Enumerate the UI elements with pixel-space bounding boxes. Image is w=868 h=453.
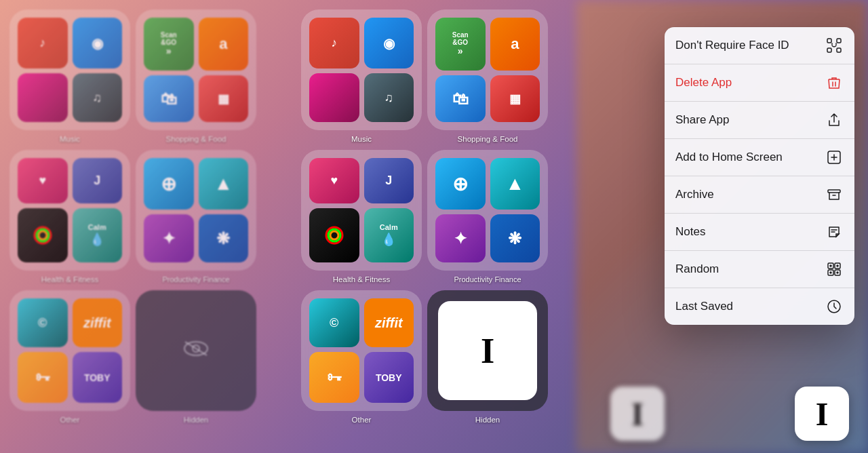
- notes-icon: [825, 222, 844, 241]
- music-icon-2-1: ♪: [309, 18, 359, 68]
- menu-share-label: Share App: [675, 113, 729, 127]
- folder-other-1[interactable]: © ziffit 🗝 TOBY Other: [9, 290, 130, 424]
- screen1-row2: ♥ J Calm💧 Health & Fitness ⊕ ▲ ✦ ❋ Produ…: [9, 150, 282, 283]
- music-2-label: Music: [351, 135, 372, 143]
- svg-point-30: [837, 272, 838, 273]
- health-1-label: Health & Fitness: [41, 275, 98, 283]
- folder-health-2[interactable]: ♥ J Calm💧 Health & Fitness: [301, 150, 422, 283]
- svg-point-29: [830, 272, 831, 273]
- folder-hidden-2-box: I: [427, 290, 548, 411]
- folder-shopping-1[interactable]: Scan&GO» a 🛍 ▦ Shopping & Food: [136, 9, 256, 143]
- health-2-label: Health & Fitness: [333, 275, 390, 283]
- screen-panel-2: ♪ ◉ ♫ Music Scan&GO» a 🛍 ▦: [292, 0, 590, 453]
- menu-face-id-label: Don't Require Face ID: [675, 39, 789, 52]
- screen-panel-1: ♪ ◉ ♫ Music Scan&GO» a: [0, 0, 292, 453]
- journal-icon-1: J: [73, 158, 123, 203]
- folder-other-2[interactable]: © ziffit 🗝 TOBY Other: [301, 290, 422, 424]
- random-icon: [825, 260, 844, 279]
- productivity-2-label: Productivity Finance: [454, 275, 521, 283]
- folder-hidden-1[interactable]: Hidden: [136, 290, 256, 424]
- svg-rect-20: [828, 190, 840, 193]
- folder-shopping-2[interactable]: Scan&GO» a 🛍 ▦ Shopping & Food: [427, 9, 548, 143]
- screen1-row3: © ziffit 🗝 TOBY Other Hidden: [9, 290, 282, 424]
- screen2-row3: © ziffit 🗝 TOBY Other I Hidden: [301, 290, 580, 424]
- context-menu: Don't Require Face ID Delete App S: [665, 27, 854, 325]
- music-1-label: Music: [60, 135, 80, 143]
- svg-point-2: [39, 231, 47, 239]
- hidden-eye-icon-1: [182, 338, 210, 363]
- food-icon-2: ▦: [490, 75, 540, 122]
- screen2-row1: ♪ ◉ ♫ Music Scan&GO» a 🛍 ▦: [301, 9, 580, 143]
- calm-icon-2: Calm💧: [364, 208, 414, 262]
- scan-icon-2: Scan&GO»: [435, 18, 486, 71]
- keys-icon-2: 🗝: [309, 352, 359, 403]
- screen1-row1: ♪ ◉ ♫ Music Scan&GO» a: [9, 9, 282, 143]
- menu-item-notes[interactable]: Notes: [665, 214, 854, 251]
- add-home-icon: [825, 148, 844, 167]
- instapaper-standalone-left: I: [610, 387, 665, 441]
- apple-store-icon-1: 🛍: [144, 75, 194, 122]
- prod2-icon-1: ⊕: [435, 158, 486, 210]
- folder-productivity-1-box: ⊕ ▲ ✦ ❋: [136, 150, 256, 271]
- menu-item-delete[interactable]: Delete App: [665, 64, 854, 102]
- music-icon-2-3: [309, 73, 359, 122]
- prod-icon-2: ▲: [199, 158, 249, 210]
- folder-other-1-box: © ziffit 🗝 TOBY: [9, 290, 130, 411]
- menu-item-share[interactable]: Share App: [665, 102, 854, 139]
- share-icon: [825, 111, 844, 130]
- shopping-2-label: Shopping & Food: [458, 135, 518, 143]
- menu-item-archive[interactable]: Archive: [665, 176, 854, 214]
- prod2-icon-4: ❋: [490, 214, 540, 262]
- svg-point-27: [830, 265, 831, 267]
- svg-rect-9: [827, 39, 831, 43]
- folder-health-1[interactable]: ♥ J Calm💧 Health & Fitness: [9, 150, 130, 283]
- folder-shopping-2-box: Scan&GO» a 🛍 ▦: [427, 9, 548, 130]
- journal-icon-2: J: [364, 158, 414, 203]
- prod-icon-4: ❋: [199, 214, 249, 262]
- trash-icon: [825, 73, 844, 92]
- folder-music-1[interactable]: ♪ ◉ ♫ Music: [9, 9, 130, 143]
- menu-random-label: Random: [675, 262, 719, 276]
- amazon-icon-2: a: [490, 18, 540, 71]
- folder-health-2-box: ♥ J Calm💧: [301, 150, 422, 271]
- ziffit-icon-2: ziffit: [364, 298, 414, 347]
- ziffit-icon-1: ziffit: [73, 298, 123, 347]
- svg-point-28: [837, 265, 838, 267]
- folder-music-2-box: ♪ ◉ ♫: [301, 9, 422, 130]
- other-1-label: Other: [60, 416, 80, 424]
- screen2-row2: ♥ J Calm💧 Health & Fitness ⊕ ▲ ✦ ❋ Produ…: [301, 150, 580, 283]
- hidden-1-label: Hidden: [184, 416, 208, 424]
- folder-productivity-2[interactable]: ⊕ ▲ ✦ ❋ Productivity Finance: [427, 150, 548, 283]
- health-icon-1: ♥: [18, 158, 68, 203]
- prod2-icon-3: ✦: [435, 214, 486, 262]
- menu-item-random[interactable]: Random: [665, 251, 854, 288]
- svg-point-8: [330, 231, 338, 239]
- menu-item-last-saved[interactable]: Last Saved: [665, 288, 854, 325]
- calm-icon-1: Calm💧: [73, 208, 123, 262]
- menu-item-add-home[interactable]: Add to Home Screen: [665, 139, 854, 176]
- archive-icon: [825, 185, 844, 204]
- folder-productivity-2-box: ⊕ ▲ ✦ ❋: [427, 150, 548, 271]
- folder-hidden-2[interactable]: I Hidden: [427, 290, 548, 424]
- folder-music-1-box: ♪ ◉ ♫: [9, 9, 130, 130]
- prod-icon-1: ⊕: [144, 158, 194, 210]
- activity-icon-1: [18, 208, 68, 262]
- menu-item-face-id[interactable]: Don't Require Face ID: [665, 27, 854, 64]
- camo-icon-1: ©: [18, 298, 68, 347]
- svg-rect-12: [837, 48, 841, 52]
- menu-delete-label: Delete App: [675, 76, 732, 90]
- prod-icon-3: ✦: [144, 214, 194, 262]
- toby-icon-1: TOBY: [73, 352, 123, 403]
- instapaper-standalone[interactable]: I: [795, 387, 849, 441]
- music-icon-1: ♪: [18, 18, 68, 68]
- keys-icon-1: 🗝: [18, 352, 68, 403]
- folder-productivity-1[interactable]: ⊕ ▲ ✦ ❋ Productivity Finance: [136, 150, 256, 283]
- music-icon-2-4: ♫: [364, 73, 414, 122]
- apple-store-icon-2: 🛍: [435, 75, 486, 122]
- svg-rect-11: [827, 48, 831, 52]
- music-icon-3-folder: [18, 73, 68, 122]
- folder-music-2[interactable]: ♪ ◉ ♫ Music: [301, 9, 422, 143]
- menu-archive-label: Archive: [675, 188, 714, 201]
- folder-health-1-box: ♥ J Calm💧: [9, 150, 130, 271]
- health-icon-2: ♥: [309, 158, 359, 203]
